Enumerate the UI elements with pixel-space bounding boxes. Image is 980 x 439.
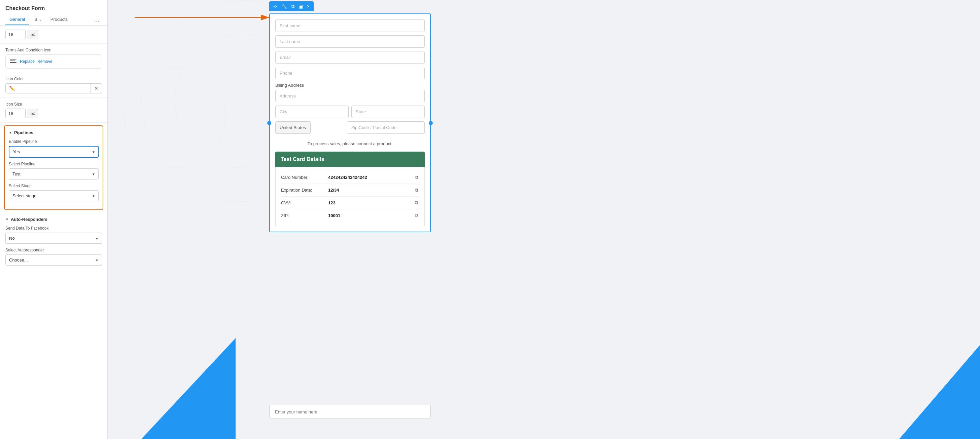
phone-input[interactable]: [275, 67, 425, 79]
copy-zip-icon[interactable]: ⧉: [414, 212, 419, 219]
color-clear-button[interactable]: ✕: [91, 84, 102, 93]
expiration-value: 12/34: [328, 187, 414, 193]
test-card-body: Card Number: 4242424242424242 ⧉ Expirati…: [275, 167, 425, 226]
zip-row: ZIP: 10001 ⧉: [281, 209, 419, 222]
enable-pipeline-wrapper: Yes No ▼: [9, 146, 99, 158]
enable-pipeline-select[interactable]: Yes No: [9, 146, 99, 158]
close-widget-button[interactable]: ×: [305, 3, 311, 10]
email-input[interactable]: [275, 51, 425, 63]
main-canvas: ⊹ 🔧 ⧉ ▣ × Billing Address: [108, 0, 980, 439]
page-title: Checkout Form: [0, 0, 107, 11]
tab-more-dots[interactable]: ...: [92, 15, 102, 25]
autoresponder-wrapper: Choose... ▼: [5, 254, 102, 266]
select-pipeline-wrapper: Test ▼: [9, 168, 99, 179]
send-fb-wrapper: No Yes ▼: [5, 233, 102, 244]
tabs-bar: General B... Products ...: [0, 11, 107, 25]
replace-link[interactable]: Replace: [20, 59, 35, 64]
zip-value: 10001: [328, 213, 414, 218]
zip-label: ZIP:: [281, 213, 328, 218]
icon-size-input[interactable]: [5, 109, 25, 118]
billing-address-label: Billing Address: [275, 83, 425, 88]
send-fb-group: Send Data To Facebook No Yes ▼: [5, 226, 102, 244]
terms-icon-section: Terms And Condition Icon Replace Remove: [0, 44, 107, 73]
bottom-name-input[interactable]: [275, 409, 425, 414]
autoresponder-select[interactable]: Choose...: [5, 254, 102, 266]
color-row: ✏️ ✕: [5, 83, 102, 94]
state-input[interactable]: [352, 106, 425, 118]
phone-field: [275, 67, 425, 79]
select-pipeline-group: Select Pipeline Test ▼: [9, 162, 99, 179]
terms-list-icon: [10, 59, 16, 64]
icon-size-top-unit: px: [28, 30, 38, 39]
copy-cvv-icon[interactable]: ⧉: [414, 199, 419, 206]
test-card-section: Test Card Details Card Number: 424242424…: [275, 152, 425, 226]
country-zip-row: United States: [275, 121, 425, 134]
tab-billing[interactable]: B...: [30, 14, 45, 25]
icon-size-top-input[interactable]: [5, 30, 25, 39]
icon-size-label: Icon Size: [5, 102, 102, 106]
icon-line-2: [10, 60, 15, 61]
pipelines-chevron-icon: ▼: [9, 131, 12, 135]
country-select[interactable]: United States: [275, 121, 310, 134]
pencil-icon: ✏️: [9, 86, 15, 91]
resize-handle-left[interactable]: [267, 121, 271, 125]
send-fb-label: Send Data To Facebook: [5, 226, 102, 231]
form-widget-inner: Billing Address United States: [270, 14, 430, 231]
settings-icon[interactable]: 🔧: [280, 3, 288, 10]
icon-line-3: [10, 62, 16, 63]
auto-responders-header[interactable]: ▼ Auto-Responders: [5, 217, 102, 222]
pipelines-header[interactable]: ▼ Pipelines: [9, 130, 99, 135]
copy-card-number-icon[interactable]: ⧉: [414, 174, 419, 181]
copy-expiration-icon[interactable]: ⧉: [414, 187, 419, 193]
icon-color-section: Icon Color ✏️ ✕: [0, 73, 107, 98]
address-input[interactable]: [275, 90, 425, 102]
cvv-label: CVV:: [281, 200, 328, 205]
card-number-label: Card Number:: [281, 175, 328, 180]
cvv-row: CVV: 123 ⧉: [281, 197, 419, 209]
copy-widget-icon[interactable]: ⧉: [290, 3, 296, 10]
billing-address-section: Billing Address: [275, 83, 425, 102]
pipelines-section: ▼ Pipelines Enable Pipeline Yes No ▼ Sel…: [4, 125, 103, 210]
first-name-input[interactable]: [275, 19, 425, 32]
icon-actions: Replace Remove: [20, 59, 52, 64]
move-icon[interactable]: ⊹: [272, 3, 278, 10]
last-name-input[interactable]: [275, 35, 425, 48]
select-stage-label: Select Stage: [9, 184, 99, 188]
icon-size-section: Icon Size px: [0, 98, 107, 123]
card-number-row: Card Number: 4242424242424242 ⧉: [281, 171, 419, 184]
select-pipeline-select[interactable]: Test: [9, 168, 99, 179]
layout-icon[interactable]: ▣: [297, 3, 304, 10]
email-field: [275, 51, 425, 63]
color-input-area[interactable]: ✏️: [6, 84, 91, 93]
expiration-row: Expiration Date: 12/34 ⧉: [281, 184, 419, 197]
auto-responders-chevron-icon: ▼: [5, 217, 9, 221]
send-fb-select[interactable]: No Yes: [5, 233, 102, 244]
blue-triangle-left: [142, 338, 235, 439]
cvv-value: 123: [328, 200, 414, 205]
test-card-header: Test Card Details: [275, 152, 425, 167]
country-wrapper: United States: [275, 121, 344, 134]
last-name-field: [275, 35, 425, 48]
enable-pipeline-label: Enable Pipeline: [9, 139, 99, 144]
zip-input[interactable]: [347, 121, 425, 134]
tab-products[interactable]: Products: [46, 14, 72, 25]
enable-pipeline-group: Enable Pipeline Yes No ▼: [9, 139, 99, 158]
icon-color-label: Icon Color: [5, 77, 102, 81]
remove-link[interactable]: Remove: [37, 59, 52, 64]
terms-icon-box: Replace Remove: [5, 54, 102, 68]
widget-toolbar: ⊹ 🔧 ⧉ ▣ ×: [269, 2, 313, 11]
pipelines-title: Pipelines: [14, 130, 33, 135]
tab-general[interactable]: General: [5, 14, 29, 25]
city-input[interactable]: [275, 106, 348, 118]
resize-handle-right[interactable]: [429, 121, 433, 125]
icon-line-1: [10, 59, 16, 60]
auto-responders-title: Auto-Responders: [11, 217, 48, 222]
form-widget: ⊹ 🔧 ⧉ ▣ × Billing Address: [269, 13, 431, 232]
icon-size-top-section: px: [0, 25, 107, 44]
left-panel: Checkout Form General B... Products ... …: [0, 0, 108, 439]
autoresponder-group: Select Autoresponder Choose... ▼: [5, 248, 102, 266]
select-stage-group: Select Stage Select stage ▼: [9, 184, 99, 201]
terms-icon-label: Terms And Condition Icon: [5, 48, 102, 52]
select-pipeline-label: Select Pipeline: [9, 162, 99, 166]
select-stage-select[interactable]: Select stage: [9, 190, 99, 201]
